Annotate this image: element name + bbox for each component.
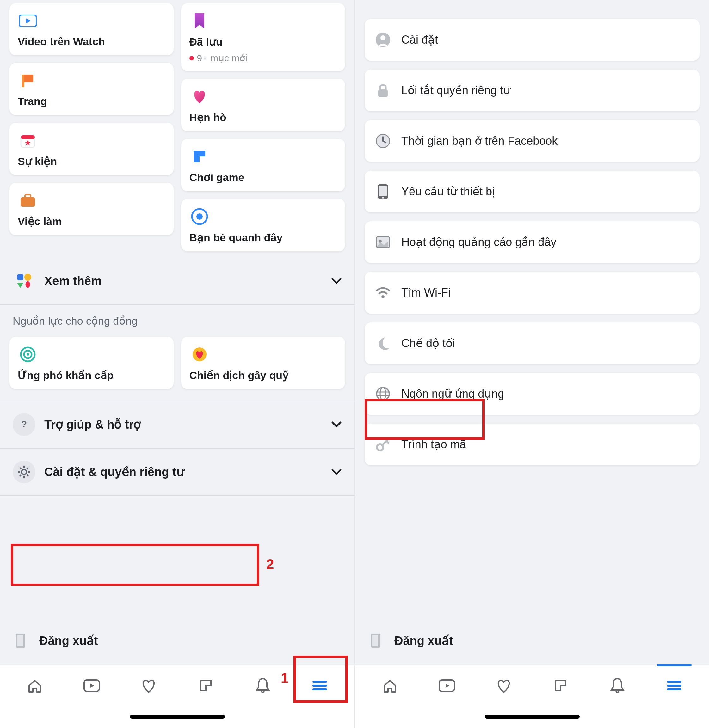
item-label: Ngôn ngữ ứng dụng: [401, 387, 504, 400]
ads-icon: [374, 233, 392, 251]
item-device-requests[interactable]: Yêu cầu từ thiết bị: [365, 171, 700, 213]
moon-icon: [374, 335, 392, 352]
gear-icon: [13, 460, 35, 483]
item-language[interactable]: Ngôn ngữ ứng dụng: [365, 373, 700, 415]
card-watch[interactable]: Video trên Watch: [9, 3, 174, 55]
svg-rect-51: [372, 635, 378, 646]
user-icon: [374, 31, 392, 49]
tab-dating[interactable]: [493, 674, 515, 697]
tab-home[interactable]: [24, 674, 46, 697]
settings-privacy-row[interactable]: Cài đặt & quyền riêng tư: [9, 448, 345, 495]
key-icon: [374, 435, 392, 453]
svg-line-21: [20, 467, 21, 469]
grid-col-b: Đã lưu 9+ mục mới Hẹn hò: [181, 3, 345, 251]
globe-icon: [374, 385, 392, 403]
help-label: Trợ giúp & hỗ trợ: [44, 418, 141, 431]
tab-menu[interactable]: [663, 674, 685, 697]
svg-line-24: [20, 475, 21, 476]
tab-watch[interactable]: [436, 674, 458, 697]
see-more-row[interactable]: Xem thêm: [9, 258, 345, 304]
card-fundraiser[interactable]: Chiến dịch gây quỹ: [181, 337, 345, 389]
card-sublabel-text: 9+ mục mới: [197, 52, 248, 64]
home-indicator: [0, 706, 354, 728]
card-dating[interactable]: Hẹn hò: [181, 79, 345, 131]
svg-point-8: [196, 213, 203, 220]
card-label: Bạn bè quanh đây: [190, 231, 337, 244]
logout-row[interactable]: Đăng xuất: [355, 617, 709, 665]
card-jobs[interactable]: Việc làm: [9, 183, 174, 235]
svg-rect-6: [25, 195, 31, 198]
card-label: Đã lưu: [190, 35, 337, 48]
phone-left: Video trên Watch Trang Sự kiện: [0, 0, 354, 728]
svg-point-43: [376, 387, 389, 400]
svg-point-32: [381, 35, 385, 41]
dating-icon: [190, 86, 210, 106]
community-section-title: Nguồn lực cho cộng đồng: [9, 305, 345, 337]
flag-icon: [18, 70, 38, 91]
card-gaming[interactable]: Chơi game: [181, 139, 345, 191]
tab-gaming[interactable]: [549, 674, 572, 697]
gaming-icon: [190, 146, 210, 167]
card-events[interactable]: Sự kiện: [9, 123, 174, 175]
item-label: Hoạt động quảng cáo gần đây: [401, 236, 556, 249]
lock-icon: [374, 82, 392, 99]
svg-rect-4: [21, 135, 35, 139]
item-label: Cài đặt: [401, 33, 438, 47]
item-find-wifi[interactable]: Tìm Wi-Fi: [365, 272, 700, 314]
svg-rect-33: [378, 89, 388, 97]
svg-rect-5: [20, 197, 35, 207]
card-emergency[interactable]: Ứng phó khẩn cấp: [9, 337, 174, 389]
card-label: Sự kiện: [18, 155, 165, 167]
svg-rect-1: [22, 74, 24, 87]
phone-right: Cài đặt Lối tắt quyền riêng tư Thời gian…: [354, 0, 709, 728]
item-dark-mode[interactable]: Chế độ tối: [365, 322, 700, 364]
item-label: Lối tắt quyền riêng tư: [401, 84, 511, 97]
tab-dating[interactable]: [137, 674, 160, 697]
chevron-down-icon: [331, 421, 342, 428]
svg-point-39: [382, 197, 384, 198]
svg-point-16: [22, 469, 26, 475]
item-ad-activity[interactable]: Hoạt động quảng cáo gần đây: [365, 221, 700, 263]
svg-point-13: [26, 353, 29, 355]
item-label: Yêu cầu từ thiết bị: [401, 185, 495, 198]
tab-notifications[interactable]: [606, 674, 628, 697]
tab-watch[interactable]: [81, 674, 103, 697]
card-nearby[interactable]: Bạn bè quanh đây: [181, 199, 345, 251]
settings-privacy-label: Cài đặt & quyền riêng tư: [44, 465, 184, 479]
event-icon: [18, 130, 38, 150]
item-code-generator[interactable]: Trình tạo mã: [365, 424, 700, 465]
tab-home[interactable]: [379, 674, 401, 697]
card-label: Trang: [18, 95, 165, 108]
tab-menu[interactable]: [309, 674, 331, 697]
shortcut-grid: Video trên Watch Trang Sự kiện: [9, 3, 345, 251]
item-privacy-shortcuts[interactable]: Lối tắt quyền riêng tư: [365, 70, 700, 111]
watch-icon: [18, 11, 38, 31]
logout-row[interactable]: Đăng xuất: [0, 617, 354, 665]
tab-notifications[interactable]: [252, 674, 274, 697]
chevron-down-icon: [331, 469, 342, 475]
tabbar: [355, 665, 709, 706]
new-dot-icon: [190, 56, 194, 60]
nearby-icon: [190, 207, 210, 227]
card-label: Video trên Watch: [18, 35, 165, 48]
help-row[interactable]: ? Trợ giúp & hỗ trợ: [9, 401, 345, 448]
svg-rect-26: [17, 635, 23, 646]
tab-gaming[interactable]: [195, 674, 217, 697]
card-saved[interactable]: Đã lưu 9+ mục mới: [181, 3, 345, 71]
home-indicator: [355, 706, 709, 728]
svg-line-22: [27, 475, 28, 476]
job-icon: [18, 190, 38, 211]
card-label: Chiến dịch gây quỹ: [190, 369, 337, 381]
card-pages[interactable]: Trang: [9, 63, 174, 115]
logout-label: Đăng xuất: [39, 634, 98, 648]
tabbar: [0, 665, 354, 706]
svg-point-10: [24, 274, 31, 281]
item-settings[interactable]: Cài đặt: [365, 19, 700, 61]
item-label: Tìm Wi-Fi: [401, 286, 451, 299]
clock-icon: [374, 132, 392, 150]
card-label: Việc làm: [18, 215, 165, 228]
wifi-icon: [374, 284, 392, 301]
item-time-on-fb[interactable]: Thời gian bạn ở trên Facebook: [365, 120, 700, 162]
saved-icon: [190, 11, 210, 31]
svg-rect-2: [24, 74, 33, 82]
